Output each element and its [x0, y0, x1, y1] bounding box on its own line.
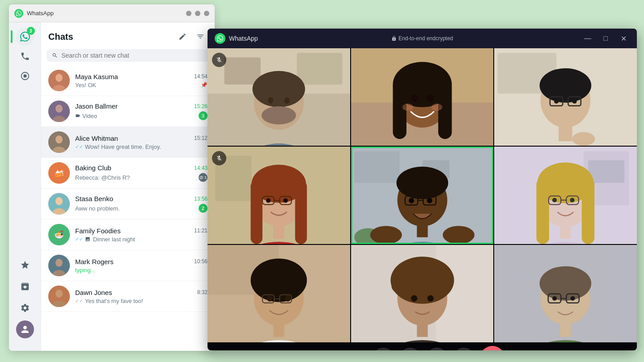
video-encryption-label: End-to-end endcrypted	[391, 35, 453, 42]
nav-archived-icon[interactable]	[16, 278, 34, 295]
nav-calls-icon[interactable]	[16, 47, 34, 65]
video-close-btn[interactable]: ✕	[617, 32, 630, 45]
nav-chats-icon[interactable]: 3	[16, 28, 34, 46]
double-check-alice: ✓✓	[75, 144, 83, 150]
chat-preview-stasa: Aww no problem.	[75, 205, 119, 212]
chat-time-jason: 15:26	[194, 103, 208, 109]
nav-settings-icon[interactable]	[16, 299, 34, 317]
window-controls	[186, 11, 209, 16]
chat-time-family: 11:21	[194, 227, 208, 234]
video-toggle-button[interactable]	[373, 348, 394, 350]
svg-point-112	[427, 295, 433, 302]
encryption-text: End-to-end endcrypted	[398, 35, 453, 42]
chat-item-alice[interactable]: Alice Whitman 15:12 ✓✓ Wow! Have great t…	[41, 127, 215, 158]
chat-item-maya[interactable]: Maya Kasuma 14:54 Yes! OK 📌	[41, 65, 215, 96]
svg-rect-76	[537, 178, 549, 244]
chat-preview-alice: ✓✓ Wow! Have great time. Enjoy.	[75, 143, 161, 150]
minimize-button[interactable]	[186, 11, 191, 16]
end-call-button[interactable]	[480, 346, 505, 350]
chat-item-baking[interactable]: Baking Club 14:43 Rebecca: @Chris R? @ 1	[41, 158, 215, 189]
svg-point-94	[267, 295, 272, 302]
chat-name-row-family: Family Foodies 11:21	[75, 227, 208, 235]
nav-starred-icon[interactable]	[16, 256, 34, 274]
call-controls: 9	[208, 342, 637, 350]
svg-point-60	[396, 167, 448, 199]
chat-preview-mark: typing...	[75, 267, 96, 274]
svg-point-109	[436, 272, 453, 289]
chat-item-jason[interactable]: Jason Ballmer 15:26 Video 3	[41, 96, 215, 127]
pin-icon-maya: 📌	[201, 82, 208, 88]
svg-point-95	[285, 295, 291, 302]
chat-preview-row-alice: ✓✓ Wow! Have great time. Enjoy.	[75, 143, 208, 150]
avatar-mark	[48, 255, 70, 276]
video-titlebar: WhatsApp End-to-end endcrypted — □ ✕	[208, 29, 637, 48]
chat-name-baking: Baking Club	[75, 164, 111, 172]
svg-point-22	[426, 94, 433, 102]
chat-info-jason: Jason Ballmer 15:26 Video 3	[75, 102, 208, 120]
chat-preview-jason: Video	[75, 113, 97, 119]
svg-point-31	[540, 68, 592, 103]
svg-rect-71	[588, 160, 624, 183]
chat-preview-family: ✓✓ Dinner last night	[75, 236, 135, 243]
svg-point-50	[266, 198, 271, 203]
svg-rect-45	[250, 181, 262, 244]
wa-logo-small	[14, 9, 23, 18]
svg-rect-46	[295, 181, 307, 244]
chats-title: Chats	[48, 32, 73, 42]
chat-time-dawn: 8:32	[197, 289, 208, 295]
chat-preview-baking: Rebecca: @Chris R?	[75, 174, 130, 181]
chat-item-dawn[interactable]: Dawn Jones 8:32 ✓✓ Yes that's my fave to…	[41, 281, 215, 312]
chat-time-maya: 14:54	[194, 73, 208, 80]
video-cell-5	[351, 147, 494, 244]
nav-chats-badge: 3	[27, 27, 35, 35]
chat-preview-maya: Yes! OK	[75, 82, 96, 88]
avatar-family	[48, 224, 70, 245]
svg-rect-54	[354, 151, 399, 183]
svg-point-67	[443, 226, 475, 244]
svg-point-66	[370, 226, 402, 244]
chat-item-mark[interactable]: Mark Rogers 10:56 typing...	[41, 250, 215, 281]
nav-status-icon[interactable]	[16, 67, 34, 85]
chat-name-maya: Maya Kasuma	[75, 73, 118, 80]
mute-indicator-1	[212, 53, 226, 67]
unread-badge-jason: 3	[199, 111, 208, 120]
close-button[interactable]	[204, 11, 209, 16]
nav-sidebar: 3	[9, 22, 41, 351]
chat-preview-row-stasa: Aww no problem. 2	[75, 204, 208, 213]
svg-point-9	[252, 71, 305, 107]
chat-info-family: Family Foodies 11:21 ✓✓ Dinner last nigh…	[75, 227, 208, 243]
chat-name-row-alice: Alice Whitman 15:12	[75, 135, 208, 142]
mute-button[interactable]	[399, 348, 421, 350]
svg-rect-5	[225, 57, 261, 84]
svg-point-124	[571, 296, 575, 301]
chat-preview-row-maya: Yes! OK 📌	[75, 82, 208, 88]
chat-preview-row-dawn: ✓✓ Yes that's my fave too!	[75, 298, 208, 304]
avatar-alice	[48, 131, 70, 153]
video-minimize-btn[interactable]: —	[581, 32, 594, 45]
unread-badge-baking: @ 1	[199, 173, 208, 182]
chat-item-family[interactable]: Family Foodies 11:21 ✓✓ Dinner last nigh…	[41, 219, 215, 250]
search-icon	[52, 52, 58, 59]
video-maximize-btn[interactable]: □	[599, 32, 612, 45]
chats-panel: Chats	[41, 22, 215, 351]
screen-share-button[interactable]	[426, 348, 448, 350]
search-bar[interactable]	[47, 49, 209, 62]
chat-item-stasa[interactable]: Stasa Benko 13:56 Aww no problem. 2	[41, 189, 215, 219]
video-cell-2	[351, 48, 494, 146]
svg-point-12	[284, 97, 290, 104]
double-check-family: ✓✓	[75, 236, 83, 242]
svg-point-10	[262, 106, 296, 125]
svg-point-110	[391, 278, 406, 293]
new-chat-button[interactable]	[175, 29, 190, 44]
search-input[interactable]	[61, 52, 204, 59]
more-options-button[interactable]	[453, 348, 475, 350]
maximize-button[interactable]	[195, 11, 200, 16]
svg-point-21	[411, 94, 418, 102]
chat-name-row-jason: Jason Ballmer 15:26	[75, 102, 208, 110]
chat-time-alice: 15:12	[194, 135, 208, 141]
nav-profile-avatar[interactable]	[16, 320, 34, 338]
svg-rect-6	[297, 53, 342, 84]
chat-name-alice: Alice Whitman	[75, 135, 118, 142]
svg-point-51	[283, 198, 288, 203]
filter-button[interactable]	[193, 29, 208, 44]
